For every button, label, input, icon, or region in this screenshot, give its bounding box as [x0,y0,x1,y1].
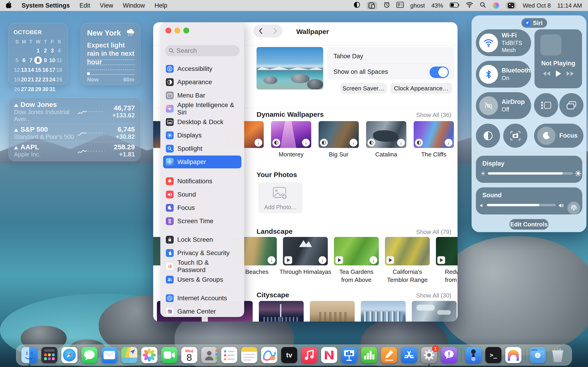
download-icon[interactable]: ↓ [397,139,405,147]
airdrop-tile[interactable]: AirDrop Off [476,92,531,119]
cityscape-thumb-dubai[interactable] [259,301,304,322]
forward-icon[interactable] [273,28,277,34]
menubar-app-name[interactable]: System Settings [22,2,70,9]
bluetooth-tile[interactable]: Bluetooth On [476,61,531,88]
contrast-icon[interactable] [354,2,360,10]
alarm-clock-icon[interactable] [384,2,390,10]
airdrop-circle-icon[interactable] [479,96,498,115]
battery-icon[interactable] [450,2,459,9]
dock-freeform-icon[interactable] [261,347,277,363]
dock-messages-icon[interactable] [81,347,97,363]
menu-view[interactable]: View [100,2,113,9]
control-center-icon[interactable] [506,2,516,9]
cityscape-thumb-aerial[interactable] [412,301,457,322]
zoom-button[interactable] [183,27,189,33]
download-icon[interactable]: ↓ [370,256,377,264]
minimize-button[interactable] [174,27,180,33]
show-on-all-spaces-toggle[interactable] [430,67,449,78]
sidebar-item-appearance[interactable]: Appearance [163,76,242,89]
dock-terminal-icon[interactable]: >_ [485,347,502,363]
download-icon[interactable]: ↓ [268,256,275,264]
calendar-widget[interactable]: OCTOBER SMTWTFS1234567891011121314151617… [8,23,68,85]
sidebar-item-users-groups[interactable]: Users & Groups [163,273,242,286]
sidebar-item-lock-screen[interactable]: Lock Screen [163,233,242,246]
rewind-icon[interactable] [543,71,550,76]
menubar-time[interactable]: 11:14 AM [557,2,582,9]
sidebar-item-notifications[interactable]: Notifications [163,175,242,188]
fast-forward-icon[interactable] [566,71,574,76]
dock-app-store-icon[interactable] [401,347,417,363]
menu-window[interactable]: Window [123,2,145,9]
sidebar-item-internet-accounts[interactable]: Internet Accounts [163,292,242,305]
ghost-app-indicator[interactable]: ghost [410,2,425,9]
dock-facetime-icon[interactable] [161,347,177,363]
dock-pages-icon[interactable] [381,347,397,363]
spotlight-search-icon[interactable] [480,2,486,10]
dynamic-thumb-big-sur[interactable]: ↓ [319,121,359,148]
download-icon[interactable]: ↓ [254,139,262,147]
siri-icon[interactable] [493,2,499,9]
weather-widget[interactable]: New York Expect light rain in the next h… [81,23,141,85]
sidebar-item-touch-id[interactable]: Touch ID & Password [163,260,242,273]
dock-downloads-folder-icon[interactable]: ↓ [530,347,546,363]
screen-saver-button[interactable]: Screen Saver… [341,83,386,94]
dock-numbers-icon[interactable] [361,347,377,363]
focus-tile[interactable]: Focus [534,124,583,148]
sidebar-item-apple-intelligence[interactable]: Apple Intelligence & Siri [163,102,242,115]
download-icon[interactable]: ↓ [302,139,310,147]
menubar-date[interactable]: Wed Oct 8 [523,2,551,9]
dynamic-thumb-catalina[interactable]: ↓ [366,121,406,148]
landscape-show-all-link[interactable]: Show All (79) [410,228,451,236]
sidebar-item-accessibility[interactable]: Accessibility [163,62,242,75]
sidebar-item-desktop-dock[interactable]: Desktop & Dock [163,116,242,128]
dock-audio-app-icon[interactable] [465,347,481,363]
download-icon[interactable]: ↓ [319,256,326,264]
close-button[interactable] [165,27,171,33]
back-icon[interactable] [259,28,263,34]
dock-weather-sky-app-icon[interactable] [505,347,521,363]
now-playing-tile[interactable]: Not Playing [535,29,582,88]
stage-manager-button[interactable] [534,93,558,117]
sidebar-item-focus[interactable]: Focus [163,201,242,214]
dock-finder-icon[interactable] [21,347,37,363]
menu-edit[interactable]: Edit [79,2,90,9]
landscape-thumb-redwood[interactable] [436,237,458,265]
dock-safari-icon[interactable] [61,347,78,363]
dock-music-icon[interactable] [301,347,317,363]
sidebar-item-displays[interactable]: Displays [163,129,242,142]
landscape-thumb-temblor[interactable] [385,237,430,265]
wifi-icon[interactable] [466,2,473,9]
clock-appearance-button[interactable]: Clock Appearance… [390,83,452,94]
dynamic-thumb-the-cliffs[interactable]: ↓ [414,121,454,148]
landscape-thumb-himalayas[interactable]: ↓ [283,237,328,265]
dock-maps-icon[interactable] [121,347,137,363]
wifi-tile[interactable]: Wi-Fi TidBITS Mesh [476,29,531,56]
iphone-mirroring-icon[interactable] [367,2,377,9]
accessibility-shortcuts-button[interactable] [476,124,500,148]
airplay-audio-button[interactable] [567,202,580,215]
dock-reminders-icon[interactable] [221,347,237,363]
screen-mirroring-button[interactable] [559,93,583,117]
download-icon[interactable]: ↓ [445,139,452,147]
stock-row[interactable]: AAPL Apple Inc. 258.29 +1.81 [14,143,135,158]
cityscape-thumb-hazy[interactable] [310,301,355,322]
add-photo-card[interactable]: Add Photo… [258,182,303,213]
stock-row[interactable]: Dow Jones Dow Jones Industrial Aver... 4… [14,101,135,123]
dock-feedback-icon[interactable] [441,347,457,363]
dynamic-thumb-monterey[interactable]: ↓ [271,121,311,148]
landscape-thumb-tea-gardens[interactable]: ↓ [334,237,379,265]
apple-menu-icon[interactable] [6,1,12,10]
dock-photos-icon[interactable] [141,347,157,363]
menu-help[interactable]: Help [155,2,167,9]
dynamic-show-all-link[interactable]: Show All (36) [410,111,451,119]
display-brightness-slider[interactable] [488,172,573,175]
dock-calendar-icon[interactable]: Wed 8 [181,347,197,363]
dock-system-settings-icon[interactable]: 1 [421,347,437,363]
sidebar-item-sound[interactable]: Sound [163,188,242,201]
dock-notes-icon[interactable] [241,347,257,363]
sidebar-item-wallpaper[interactable]: Wallpaper [163,156,242,168]
keyboard-menu-icon[interactable] [397,2,404,9]
search-input[interactable]: Search [165,45,240,56]
siri-chip[interactable]: Siri [521,18,547,28]
cityscape-thumb-harbor[interactable] [361,301,406,322]
